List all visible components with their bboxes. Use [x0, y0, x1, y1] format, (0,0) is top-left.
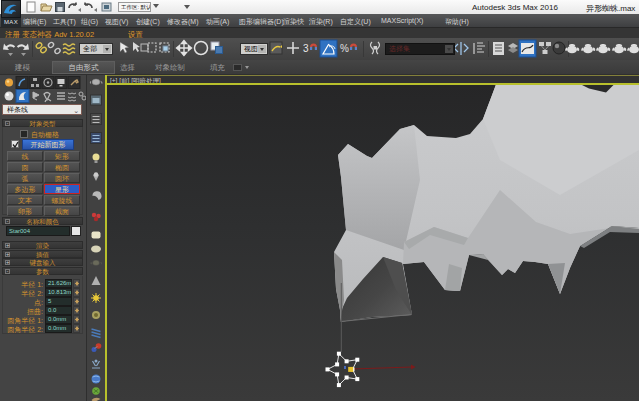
svg-text:%: %: [340, 43, 349, 54]
svg-text:3: 3: [303, 43, 309, 54]
